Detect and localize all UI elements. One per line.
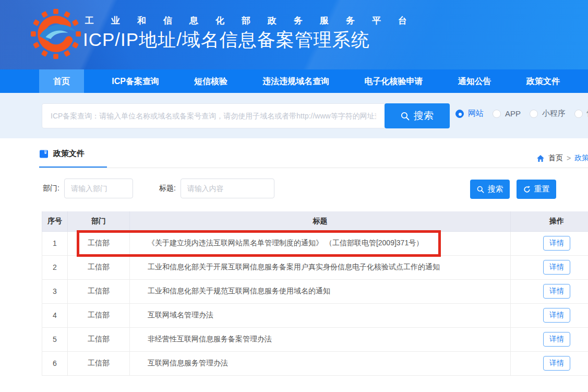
table-row: 2 工信部 工业和信息化部关于开展互联网信息服务备案用户真实身份信息电子化核验试… xyxy=(42,255,588,279)
icp-search-button-label: 搜索 xyxy=(414,109,434,123)
dept-filter-input[interactable] xyxy=(64,179,133,198)
row-dept: 工信部 xyxy=(68,255,130,279)
search-icon xyxy=(401,112,410,121)
row-title: 工业和信息化部关于规范互联网信息服务使用域名的通知 xyxy=(130,279,511,303)
radio-option-miniprogram[interactable]: 小程序 xyxy=(530,109,566,118)
row-dept: 工信部 xyxy=(68,327,130,351)
radio-icon xyxy=(493,110,501,118)
policy-book-icon xyxy=(39,149,49,159)
row-dept: 工信部 xyxy=(68,231,130,255)
radio-label: APP xyxy=(505,109,521,118)
breadcrumb-separator: > xyxy=(567,154,571,162)
radio-label: 小程序 xyxy=(542,109,566,118)
row-no: 2 xyxy=(42,255,68,279)
row-title: 工业和信息化部关于开展互联网信息服务备案用户真实身份信息电子化核验试点工作的通知 xyxy=(130,255,511,279)
table-row: 5 工信部 非经营性互联网信息服务备案管理办法 详情 xyxy=(42,327,588,351)
row-title: 互联网域名管理办法 xyxy=(130,303,511,327)
table-row: 3 工信部 工业和信息化部关于规范互联网信息服务使用域名的通知 详情 xyxy=(42,279,588,303)
col-header-no: 序号 xyxy=(42,211,68,231)
radio-option-website[interactable]: 网站 xyxy=(455,109,484,118)
radio-icon xyxy=(530,110,538,118)
table-row: 4 工信部 互联网域名管理办法 详情 xyxy=(42,303,588,327)
title-filter-input[interactable] xyxy=(181,179,274,198)
icp-search-section: 搜索 网站 APP 小程序 快应用 xyxy=(0,93,588,138)
filter-reset-button[interactable]: 重置 xyxy=(517,180,556,199)
detail-button[interactable]: 详情 xyxy=(543,308,570,323)
policy-table: 序号 部门 标题 操作 1 工信部 《关于建立境内违法互联网站黑名单管理制度的通… xyxy=(42,211,588,376)
row-no: 4 xyxy=(42,303,68,327)
nav-item-home[interactable]: 首页 xyxy=(39,69,84,93)
filter-reset-label: 重置 xyxy=(534,184,550,194)
nav-item-e-verification[interactable]: 电子化核验申请 xyxy=(357,69,430,93)
table-row: 1 工信部 《关于建立境内违法互联网站黑名单管理制度的通知》 （工信部联电管[2… xyxy=(42,231,588,255)
breadcrumb-home[interactable]: 首页 xyxy=(548,153,563,163)
nav-item-notices[interactable]: 通知公告 xyxy=(451,69,499,93)
icp-search-button[interactable]: 搜索 xyxy=(385,103,450,128)
table-row: 6 工信部 互联网信息服务管理办法 详情 xyxy=(42,351,588,375)
home-icon xyxy=(536,155,545,162)
search-icon xyxy=(477,186,484,193)
search-type-radio-group: 网站 APP 小程序 快应用 xyxy=(455,109,588,118)
row-no: 6 xyxy=(42,351,68,375)
breadcrumb: 首页 > 政策文件 xyxy=(536,153,588,163)
row-no: 3 xyxy=(42,279,68,303)
col-header-dept: 部门 xyxy=(68,211,130,231)
radio-option-quickapp[interactable]: 快应用 xyxy=(574,109,588,118)
filter-search-label: 搜索 xyxy=(488,184,503,194)
detail-button[interactable]: 详情 xyxy=(543,260,570,275)
radio-option-app[interactable]: APP xyxy=(493,109,521,118)
row-no: 5 xyxy=(42,327,68,351)
nav-item-policy-files[interactable]: 政策文件 xyxy=(519,69,567,93)
radio-selected-icon xyxy=(455,110,464,118)
detail-button[interactable]: 详情 xyxy=(543,332,570,347)
row-dept: 工信部 xyxy=(68,303,130,327)
radio-icon xyxy=(574,110,583,118)
app-header: 工业和信息化部政务服务平台 ICP/IP地址/域名信息备案管理系统 xyxy=(0,0,588,69)
detail-button[interactable]: 详情 xyxy=(543,284,570,299)
row-title: 《关于建立境内违法互联网站黑名单管理制度的通知》 （工信部联电管[2009]37… xyxy=(130,231,511,255)
miit-logo-icon xyxy=(30,8,81,60)
row-dept: 工信部 xyxy=(68,279,130,303)
radio-label: 网站 xyxy=(468,109,484,118)
icp-search-input[interactable] xyxy=(42,103,385,128)
col-header-action: 操作 xyxy=(511,211,588,231)
main-nav: 首页 ICP备案查询 短信核验 违法违规域名查询 电子化核验申请 通知公告 政策… xyxy=(0,69,588,93)
nav-item-sms-verify[interactable]: 短信核验 xyxy=(187,69,235,93)
col-header-title: 标题 xyxy=(130,211,511,231)
breadcrumb-current[interactable]: 政策文件 xyxy=(574,153,588,163)
ministry-line: 工业和信息化部政务服务平台 xyxy=(85,15,424,27)
row-title: 非经营性互联网信息服务备案管理办法 xyxy=(130,327,511,351)
page-title: ICP/IP地址/域名信息备案管理系统 xyxy=(83,28,370,52)
tab-policy-files[interactable]: 政策文件 xyxy=(39,149,85,159)
row-dept: 工信部 xyxy=(68,351,130,375)
section-divider xyxy=(39,168,588,168)
nav-item-illegal-domain-query[interactable]: 违法违规域名查询 xyxy=(255,69,337,93)
filter-search-button[interactable]: 搜索 xyxy=(470,180,510,199)
row-no: 1 xyxy=(42,231,68,255)
title-filter-label: 标题: xyxy=(159,184,176,193)
main-content: 政策文件 首页 > 政策文件 部门: 标题: 搜索 重置 xyxy=(0,138,588,392)
table-header-row: 序号 部门 标题 操作 xyxy=(42,211,588,231)
dept-filter-label: 部门: xyxy=(43,184,59,193)
reset-icon xyxy=(523,186,531,193)
nav-item-icp-query[interactable]: ICP备案查询 xyxy=(104,69,166,93)
row-title: 互联网信息服务管理办法 xyxy=(130,351,511,375)
detail-button[interactable]: 详情 xyxy=(543,236,570,251)
detail-button[interactable]: 详情 xyxy=(543,356,570,371)
section-title: 政策文件 xyxy=(53,149,85,159)
filter-bar: 部门: 标题: xyxy=(43,179,274,198)
